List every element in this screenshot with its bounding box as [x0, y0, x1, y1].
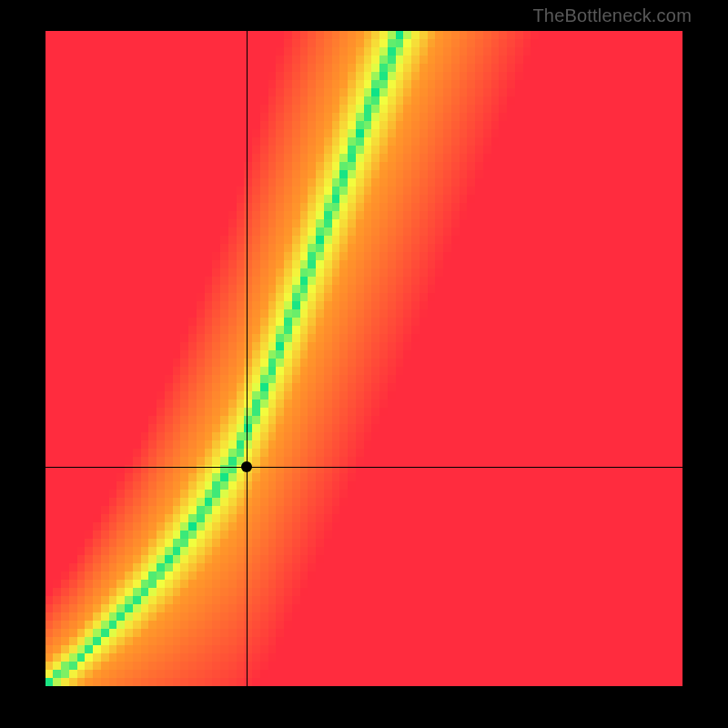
heatmap-canvas — [46, 31, 682, 686]
watermark-text: TheBottleneck.com — [532, 5, 692, 26]
heatmap-plot — [46, 31, 682, 686]
chart-container: TheBottleneck.com — [0, 0, 728, 728]
crosshair-vertical — [247, 31, 248, 686]
crosshair-horizontal — [46, 467, 682, 468]
marker-dot — [241, 461, 252, 472]
